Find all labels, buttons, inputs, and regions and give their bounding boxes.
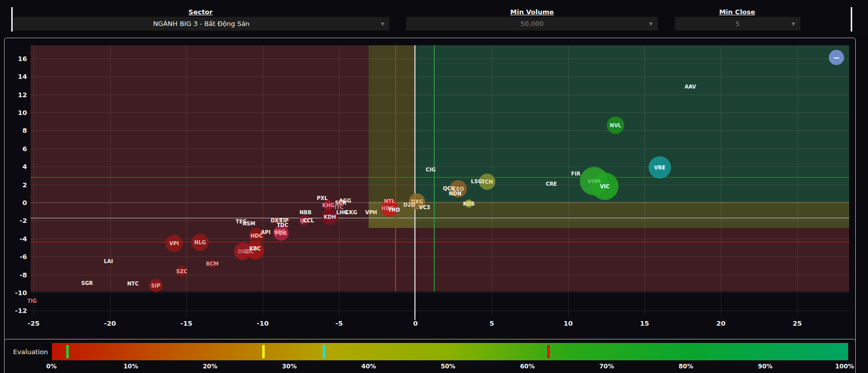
refline-h-red <box>31 242 849 242</box>
x-tick-label: -5 <box>335 320 343 327</box>
stock-label-DXG[interactable]: DXG <box>411 199 423 205</box>
stock-label-NBB[interactable]: NBB <box>299 210 312 215</box>
x-tick-label: 15 <box>640 320 649 327</box>
gridline-h <box>31 76 849 77</box>
divider <box>11 7 13 32</box>
stock-label-NTC[interactable]: NTC <box>127 281 139 286</box>
min-close-select[interactable]: 5 ▼ <box>675 17 800 31</box>
stock-label-PXL[interactable]: PXL <box>317 195 327 201</box>
stock-label-FIR[interactable]: FIR <box>571 171 580 177</box>
plot-area: TIGSGRNTCSIPLAISZCBCMVPINLGTEGASMDXSTIPT… <box>31 45 849 320</box>
min-volume-select[interactable]: 50,000 ▼ <box>406 17 658 31</box>
gridline-h <box>31 166 849 167</box>
x-tick-label: 0 <box>413 320 417 327</box>
gridline-v <box>797 45 798 317</box>
x-tick-label: 20 <box>716 320 725 327</box>
evaluation-axis-label: 20% <box>203 363 217 370</box>
sector-select[interactable]: NGÀNH BIG 3 - Bất Động Sản ▼ <box>13 17 389 31</box>
evaluation-axis-label: 80% <box>679 363 693 370</box>
stock-label-NTL[interactable]: NTL <box>384 198 395 204</box>
evaluation-marker <box>262 345 265 358</box>
stock-label-TIG[interactable]: TIG <box>27 298 37 303</box>
gridline-h <box>31 203 849 203</box>
y-tick-label: -4 <box>10 235 27 242</box>
stock-label-NLG[interactable]: NLG <box>194 239 206 245</box>
evaluation-axis-label: 50% <box>441 363 456 370</box>
gridline-v <box>34 45 34 317</box>
gridline-h <box>31 112 849 113</box>
stock-label-THD[interactable]: THD <box>388 207 400 213</box>
stock-label-VPI[interactable]: VPI <box>170 240 179 246</box>
refline-v-red <box>395 45 396 292</box>
evaluation-marker <box>66 345 69 358</box>
gridline-h <box>31 130 849 131</box>
stock-label-AGG[interactable]: AGG <box>339 198 351 204</box>
x-tick-label: 10 <box>564 320 573 327</box>
evaluation-axis-label: 60% <box>520 363 535 370</box>
stock-label-NVL[interactable]: NVL <box>610 122 621 128</box>
y-tick-label: 0 <box>10 199 27 207</box>
gridline-h <box>31 95 849 95</box>
stock-label-KBC[interactable]: KBC <box>249 245 261 251</box>
stock-label-VC3[interactable]: VC3 <box>419 204 430 210</box>
stock-label-KOS[interactable]: KOS <box>463 200 474 206</box>
zoom-out-button[interactable]: − <box>829 50 844 65</box>
stock-label-ASM[interactable]: ASM <box>243 220 256 226</box>
gridline-v <box>186 45 187 317</box>
sector-label: Sector <box>188 8 212 16</box>
stock-label-LAI[interactable]: LAI <box>104 259 113 264</box>
stock-label-KHG[interactable]: KHG <box>322 203 334 208</box>
stock-label-VRE[interactable]: VRE <box>654 164 665 170</box>
gridline-v <box>110 45 110 317</box>
gridline-h <box>31 149 849 149</box>
gridline-v <box>721 45 721 317</box>
evaluation-marker <box>547 345 550 358</box>
stock-label-API[interactable]: API <box>261 229 271 235</box>
gridline-h <box>31 59 849 59</box>
gridline-v <box>339 45 340 317</box>
gridline-h <box>31 275 849 275</box>
stock-label-SIP[interactable]: SIP <box>151 282 160 288</box>
filter-bar: Sector NGÀNH BIG 3 - Bất Động Sản ▼ Min … <box>0 0 868 34</box>
stock-label-VIC[interactable]: VIC <box>600 184 610 189</box>
y-tick-label: -8 <box>10 271 27 278</box>
refline-h-white <box>31 218 849 218</box>
chevron-down-icon: ▼ <box>381 21 384 26</box>
gridline-h <box>31 185 849 185</box>
stock-label-LSG[interactable]: LSG <box>471 178 482 184</box>
stock-label-BCM[interactable]: BCM <box>206 261 219 267</box>
gridline-v <box>263 45 263 317</box>
evaluation-axis-label: 90% <box>758 363 773 370</box>
x-tick-label: -20 <box>104 320 116 327</box>
stock-label-PDR[interactable]: PDR <box>275 231 287 236</box>
stock-label-KDH[interactable]: KDH <box>324 214 336 220</box>
gridline-h <box>31 220 849 221</box>
stock-label-SGR[interactable]: SGR <box>81 280 93 285</box>
stock-label-ITC[interactable]: ITC <box>334 204 344 210</box>
y-tick-label: -6 <box>10 253 27 261</box>
stock-label-VHM[interactable]: VHM <box>587 178 601 184</box>
stock-label-VPH[interactable]: VPH <box>365 210 377 215</box>
stock-label-CRE[interactable]: CRE <box>546 181 557 186</box>
region-neutral-band-vertical <box>369 45 415 202</box>
minus-icon: − <box>833 53 839 63</box>
y-tick-label: 12 <box>10 91 27 98</box>
region-loss-zone-left <box>31 45 369 292</box>
x-tick-label: -10 <box>257 320 269 327</box>
min-close-label: Min Close <box>719 8 755 16</box>
x-tick-label: -15 <box>180 320 192 327</box>
stock-label-CKG[interactable]: CKG <box>345 210 357 215</box>
evaluation-axis-label: 100% <box>835 363 854 370</box>
region-loss-zone-bottom <box>369 228 849 292</box>
stock-label-NDN[interactable]: NDN <box>449 191 461 196</box>
gridline-v <box>568 45 569 317</box>
gridline-h <box>31 239 849 239</box>
stock-label-CIG[interactable]: CIG <box>426 166 435 172</box>
y-tick-label: 6 <box>10 145 27 152</box>
stock-label-CCL[interactable]: CCL <box>303 218 314 223</box>
stock-label-SZC[interactable]: SZC <box>176 268 187 274</box>
stock-label-AAV[interactable]: AAV <box>685 83 696 89</box>
stock-label-TDC[interactable]: TDC <box>277 222 288 228</box>
y-tick-label: -10 <box>10 289 27 297</box>
stock-label-TCH[interactable]: TCH <box>482 179 493 185</box>
